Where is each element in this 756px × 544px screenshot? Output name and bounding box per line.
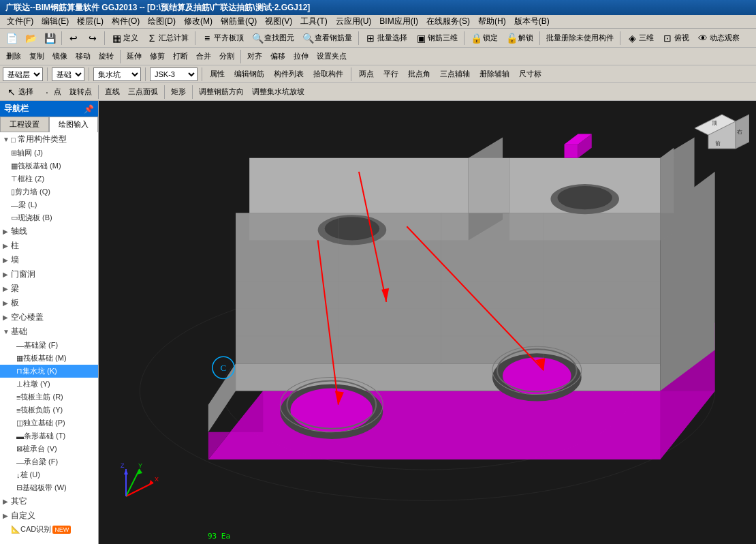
save-btn[interactable]: 💾 xyxy=(41,31,59,46)
3d-btn[interactable]: ◈ 三维 xyxy=(623,31,657,46)
sidebar-pin-icon[interactable]: 📌 xyxy=(84,104,94,114)
sidebar-tab-settings[interactable]: 工程设置 xyxy=(0,117,49,132)
menu-rebar[interactable]: 钢筋量(Q) xyxy=(217,14,261,29)
two-point-btn[interactable]: 两点 xyxy=(356,67,377,82)
tree-cat-wall[interactable]: ▶ 墙 xyxy=(0,253,98,267)
batch-delete-btn[interactable]: 批量册除未使用构件 xyxy=(543,31,617,46)
tree-item-raft-neg[interactable]: ≡ 筏板负筋 (Y) xyxy=(0,404,98,417)
edit-rebar-btn[interactable]: 编辑钢筋 xyxy=(231,67,268,82)
tree-item-cap-beam[interactable]: — 承台梁 (F) xyxy=(0,455,98,468)
menu-edit[interactable]: 编辑(E) xyxy=(37,14,73,29)
rect-btn[interactable]: 矩形 xyxy=(168,85,189,100)
tree-item-strip[interactable]: ▬ 条形基础 (T) xyxy=(0,429,98,442)
comp-list-btn[interactable]: 构件列表 xyxy=(270,67,307,82)
tree-cat-hollow[interactable]: ▶ 空心楼盖 xyxy=(0,310,98,324)
tree-item-cad[interactable]: 📐 CAD识别 NEW xyxy=(0,523,98,536)
canvas-area[interactable]: C X Y Z 93 Ea 前 顶 右 xyxy=(99,101,756,544)
tree-item-axis[interactable]: ⊞ 轴网 (J) xyxy=(0,147,98,160)
tree-item-beam[interactable]: — 梁 (L) xyxy=(0,198,98,211)
mirror-btn[interactable]: 镜像 xyxy=(49,49,71,64)
tree-item-found-beam[interactable]: — 基础梁 (F) xyxy=(0,339,98,352)
parallel-btn[interactable]: 平行 xyxy=(380,67,402,82)
menu-modify[interactable]: 修改(M) xyxy=(180,14,217,29)
tree-item-standalone[interactable]: ◫ 独立基础 (P) xyxy=(0,417,98,429)
menu-cloud[interactable]: 云应用(U) xyxy=(332,14,376,29)
lock-btn[interactable]: 🔒 锁定 xyxy=(467,31,501,46)
arc-btn[interactable]: 三点面弧 xyxy=(125,85,161,100)
pick-comp-btn[interactable]: 拾取构件 xyxy=(310,67,347,82)
menu-floor[interactable]: 楼层(L) xyxy=(73,14,108,29)
select-btn[interactable]: ↖ 选择 xyxy=(3,85,37,100)
undo-btn[interactable]: ↩ xyxy=(65,31,82,46)
merge-btn[interactable]: 合并 xyxy=(193,49,215,64)
rebar3d-btn[interactable]: ▣ 钢筋三维 xyxy=(412,31,461,46)
move-btn[interactable]: 移动 xyxy=(72,49,94,64)
dynamic-view-btn[interactable]: 👁 动态观察 xyxy=(694,31,743,46)
grip-btn[interactable]: 设置夹点 xyxy=(313,49,350,64)
tree-item-raft-main[interactable]: ≡ 筏板主筋 (R) xyxy=(0,391,98,404)
sidebar-tab-draw[interactable]: 绘图输入 xyxy=(49,117,98,132)
batch-angle-btn[interactable]: 批点角 xyxy=(405,67,434,82)
tree-item-pier[interactable]: ⊥ 柱墩 (Y) xyxy=(0,378,98,391)
tree-cat-common[interactable]: ▼ □ 常用构件类型 xyxy=(0,132,98,147)
tree-item-pile[interactable]: ↓ 桩 (U) xyxy=(0,468,98,481)
tree-cat-slab[interactable]: ▶ 板 xyxy=(0,296,98,310)
menu-file[interactable]: 文件(F) xyxy=(3,14,37,29)
tree-item-slab[interactable]: ▭ 现浇板 (B) xyxy=(0,211,98,224)
unlock-btn[interactable]: 🔓 解锁 xyxy=(503,31,537,46)
layer-select[interactable]: 基础 xyxy=(52,67,84,81)
menu-online[interactable]: 在线服务(S) xyxy=(422,14,474,29)
tree-cat-axis[interactable]: ▶ 轴线 xyxy=(0,224,98,239)
comp-name-select[interactable]: JSK-3 xyxy=(150,67,198,81)
tree-item-column[interactable]: ⊤ 框柱 (Z) xyxy=(0,172,98,185)
floor-select[interactable]: 基础层 xyxy=(3,67,43,81)
property-btn[interactable]: 属性 xyxy=(206,67,228,82)
tree-item-raft2[interactable]: ▦ 筏板基础 (M) xyxy=(0,352,98,365)
menu-view[interactable]: 视图(V) xyxy=(261,14,296,29)
define-btn[interactable]: ▦ 定义 xyxy=(108,31,142,46)
delete-btn[interactable]: 删除 xyxy=(3,49,25,64)
top-view-btn[interactable]: ⊡ 俯视 xyxy=(659,31,693,46)
tree-cat-beam[interactable]: ▶ 梁 xyxy=(0,282,98,296)
tree-cat-other[interactable]: ▶ 其它 xyxy=(0,494,98,509)
find-btn[interactable]: 🔍 查找图元 xyxy=(249,31,298,46)
copy-btn[interactable]: 复制 xyxy=(26,49,48,64)
menu-version[interactable]: 版本号(B) xyxy=(510,14,554,29)
dim-btn[interactable]: 尺寸标 xyxy=(516,67,545,82)
menu-bim[interactable]: BIM应用(I) xyxy=(375,14,422,29)
open-btn[interactable]: 📂 xyxy=(22,31,40,46)
stretch-btn[interactable]: 拉伸 xyxy=(290,49,312,64)
batch-select-btn[interactable]: ⊞ 批量选择 xyxy=(362,31,411,46)
tree-item-band[interactable]: ⊟ 基础板带 (W) xyxy=(0,481,98,494)
break-btn[interactable]: 打断 xyxy=(170,49,191,64)
tree-item-shearwall[interactable]: ▯ 剪力墙 (Q) xyxy=(0,185,98,198)
tree-item-pit[interactable]: ⊓ 集水坑 (K) xyxy=(0,365,98,378)
calc-btn[interactable]: Σ 汇总计算 xyxy=(143,31,192,46)
point-btn[interactable]: · 点 xyxy=(38,85,65,100)
menu-help[interactable]: 帮助(H) xyxy=(474,14,510,29)
trim-btn[interactable]: 修剪 xyxy=(146,49,168,64)
adjust-slope-btn[interactable]: 调整集水坑放坡 xyxy=(249,85,308,100)
tree-item-cap[interactable]: ⊠ 桩承台 (V) xyxy=(0,442,98,455)
tree-cat-col[interactable]: ▶ 柱 xyxy=(0,239,98,253)
menu-draw[interactable]: 绘图(D) xyxy=(144,14,180,29)
tree-cat-openings[interactable]: ▶ 门窗洞 xyxy=(0,267,98,282)
menu-tools[interactable]: 工具(T) xyxy=(296,14,331,29)
three-point-axis-btn[interactable]: 三点辅轴 xyxy=(437,67,473,82)
comp-type-select[interactable]: 集水坑 xyxy=(93,67,141,81)
tree-cat-custom[interactable]: ▶ 自定义 xyxy=(0,509,98,523)
rotate-btn[interactable]: 旋转 xyxy=(95,49,117,64)
adjust-rebar-btn[interactable]: 调整钢筋方向 xyxy=(195,85,247,100)
rotate-point-btn[interactable]: 旋转点 xyxy=(66,85,95,100)
del-aux-btn[interactable]: 册除辅轴 xyxy=(476,67,513,82)
new-btn[interactable]: 📄 xyxy=(3,31,20,46)
tree-cat-foundation[interactable]: ▼ 基础 xyxy=(0,324,98,339)
extend-btn[interactable]: 延伸 xyxy=(123,49,145,64)
split-btn[interactable]: 分割 xyxy=(216,49,238,64)
menu-component[interactable]: 构件(O) xyxy=(108,14,144,29)
view-rebar-btn[interactable]: 🔍 查看钢筋量 xyxy=(299,31,356,46)
line-btn[interactable]: 直线 xyxy=(101,85,123,100)
view-cube[interactable]: 前 顶 右 xyxy=(695,108,749,162)
align-tool-btn[interactable]: 对齐 xyxy=(244,49,266,64)
offset-btn[interactable]: 偏移 xyxy=(267,49,289,64)
